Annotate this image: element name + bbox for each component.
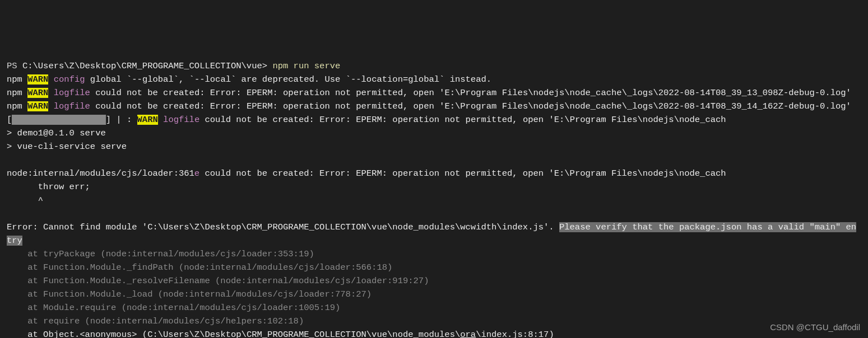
watermark: CSDN @CTGU_daffodil bbox=[770, 321, 860, 334]
stack-line: at Function.Module._load (node:internal/… bbox=[7, 289, 372, 299]
npm-prefix: npm bbox=[7, 74, 27, 84]
terminal-output[interactable]: PS C:\Users\Z\Desktop\CRM_PROGRAME_COLLE… bbox=[7, 59, 861, 338]
warn-badge: WARN bbox=[27, 74, 48, 84]
npm-prefix: npm bbox=[7, 88, 27, 98]
script-line: > demo1@0.1.0 serve bbox=[7, 128, 106, 138]
npm-prefix: npm bbox=[7, 101, 27, 111]
space bbox=[48, 101, 53, 111]
stack-line: at Function.Module._findPath (node:inter… bbox=[7, 262, 392, 273]
loader-line-tail: could not be created: Error: EPERM: oper… bbox=[199, 168, 726, 179]
stack-line-bold: at Object.<anonymous> (C:\Users\Z\Deskto… bbox=[7, 330, 554, 338]
warn-category: logfile bbox=[54, 101, 90, 111]
warn-badge: WARN bbox=[27, 88, 48, 98]
script-line: > vue-cli-service serve bbox=[7, 142, 127, 152]
warn-msg: could not be created: Error: EPERM: oper… bbox=[199, 115, 726, 125]
warn-category: logfile bbox=[163, 115, 199, 125]
space bbox=[48, 88, 53, 98]
space bbox=[48, 74, 53, 84]
loader-line: node:internal/modules/cjs/loader:361 bbox=[7, 168, 194, 179]
caret-line: ^ bbox=[7, 195, 43, 205]
space bbox=[158, 115, 163, 125]
warn-badge: WARN bbox=[27, 101, 48, 111]
redacted-text bbox=[12, 115, 105, 125]
warn-msg: could not be created: Error: EPERM: oper… bbox=[90, 101, 851, 111]
stack-line: at require (node:internal/modules/cjs/he… bbox=[7, 316, 304, 326]
prompt-path: C:\Users\Z\Desktop\CRM_PROGRAME_COLLECTI… bbox=[22, 61, 267, 71]
bracket-close: ] | : bbox=[106, 115, 137, 125]
prompt-command: npm run serve bbox=[267, 61, 340, 71]
error-message: Error: Cannot find module 'C:\Users\Z\De… bbox=[7, 222, 559, 232]
warn-badge: WARN bbox=[137, 115, 158, 125]
warn-category: logfile bbox=[54, 88, 90, 98]
warn-msg: could not be created: Error: EPERM: oper… bbox=[90, 88, 851, 98]
loader-line-e: e bbox=[194, 168, 199, 179]
warn-msg: global `--global`, `--local` are depreca… bbox=[85, 74, 492, 84]
bracket-open: [ bbox=[7, 115, 12, 125]
throw-line: throw err; bbox=[7, 182, 90, 192]
stack-line: at tryPackage (node:internal/modules/cjs… bbox=[7, 249, 314, 259]
stack-line: at Function.Module._resolveFilename (nod… bbox=[7, 276, 429, 286]
prompt-ps: PS bbox=[7, 61, 22, 71]
warn-category: config bbox=[54, 74, 85, 84]
stack-line: at Module.require (node:internal/modules… bbox=[7, 303, 340, 313]
